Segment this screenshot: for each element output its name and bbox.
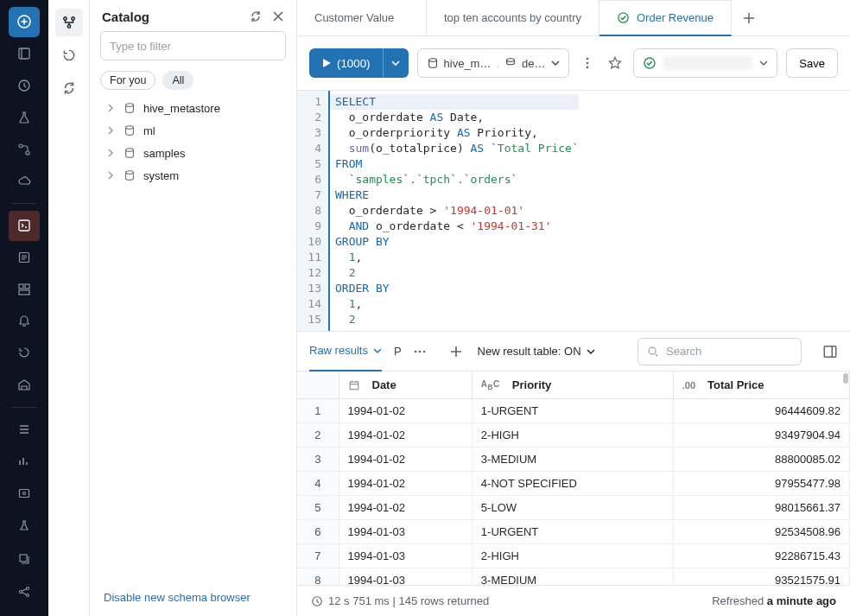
new-result-table-toggle[interactable]: New result table: ON <box>478 345 595 358</box>
run-dropdown[interactable] <box>383 48 409 78</box>
disable-schema-browser-link[interactable]: Disable new schema browser <box>104 591 251 604</box>
selector-catalog: hive_m… <box>444 57 492 70</box>
stack-icon <box>17 552 31 566</box>
compute-selector[interactable] <box>633 48 778 78</box>
table-row[interactable]: 11994-01-021-URGENT96444609.82 <box>297 399 850 423</box>
rail-bottom-1[interactable] <box>9 478 40 509</box>
tree-icon <box>61 15 77 30</box>
rail-sql-editor[interactable] <box>9 211 40 241</box>
rail-data[interactable] <box>9 102 40 132</box>
rail-alerts[interactable] <box>9 306 40 336</box>
table-row[interactable]: 41994-01-024-NOT SPECIFIED97955477.98 <box>297 472 850 496</box>
column-header[interactable]: ABCPriority <box>472 372 673 399</box>
editor-code[interactable]: SELECT o_orderdate AS Date, o_orderprior… <box>328 91 579 331</box>
cell-total: 88800085.02 <box>673 448 849 472</box>
results-tab-next[interactable]: P <box>394 345 402 358</box>
rail-history[interactable] <box>9 338 40 368</box>
table-row[interactable]: 71994-01-032-HIGH92286715.43 <box>297 544 850 568</box>
svg-point-27 <box>586 62 588 65</box>
code-line: 2 <box>335 265 579 281</box>
catalog-filter-input[interactable] <box>100 31 286 60</box>
table-row[interactable]: 81994-01-033-MEDIUM93521575.91 <box>297 568 850 586</box>
rail-warehouses[interactable] <box>9 370 40 400</box>
run-button[interactable]: (1000) <box>309 48 383 78</box>
results-toolbar: Raw results P New result table: ON Searc… <box>297 332 850 372</box>
rail-bottom-2[interactable] <box>9 511 40 542</box>
query-tab[interactable]: top ten accounts by country <box>427 0 599 35</box>
tree-item[interactable]: samples <box>93 142 293 164</box>
tool-refresh[interactable] <box>55 74 83 102</box>
new-button[interactable] <box>9 7 40 37</box>
code-line: FROM <box>335 156 579 172</box>
cell-total: 93497904.94 <box>673 423 849 448</box>
rail-bottom-4[interactable] <box>9 576 40 607</box>
svg-rect-12 <box>20 555 27 562</box>
cell-priority: 2-HIGH <box>472 423 673 448</box>
table-row[interactable]: 51994-01-025-LOW98015661.37 <box>297 496 850 520</box>
col-index <box>297 372 339 399</box>
svg-point-24 <box>428 59 436 62</box>
svg-rect-9 <box>19 290 29 295</box>
rail-compute[interactable] <box>9 166 40 196</box>
pill-all[interactable]: All <box>162 71 193 90</box>
cell-date: 1994-01-02 <box>339 399 472 423</box>
query-tab[interactable]: Order Revenue <box>599 0 732 36</box>
rail-dashboards[interactable] <box>9 274 40 304</box>
table-row[interactable]: 61994-01-031-URGENT92534508.96 <box>297 520 850 544</box>
table-row[interactable]: 31994-01-023-MEDIUM88800085.02 <box>297 448 850 472</box>
svg-point-13 <box>20 591 22 594</box>
cell-date: 1994-01-02 <box>339 472 472 496</box>
results-add[interactable] <box>447 346 466 358</box>
save-button[interactable]: Save <box>786 48 838 78</box>
svg-point-30 <box>414 350 416 352</box>
clock-icon <box>311 595 323 607</box>
panel-icon <box>822 344 838 359</box>
tool-history[interactable] <box>55 41 83 69</box>
table-row[interactable]: 21994-01-022-HIGH93497904.94 <box>297 423 850 448</box>
results-search[interactable]: Search <box>638 338 802 365</box>
toolbar-more[interactable] <box>578 56 597 70</box>
toolbar-star[interactable] <box>606 56 625 70</box>
cell-index: 4 <box>297 472 339 496</box>
cell-index: 1 <box>297 399 339 423</box>
rail-bottom-3[interactable] <box>9 543 40 575</box>
pill-for-you[interactable]: For you <box>100 71 155 90</box>
rail-workflows[interactable] <box>9 134 40 164</box>
column-name: Date <box>372 378 396 391</box>
tab-label: top ten accounts by country <box>444 11 581 24</box>
tool-schema-browser[interactable] <box>55 9 83 36</box>
rail-workspaces[interactable] <box>9 39 40 69</box>
nav-rail <box>0 0 48 616</box>
column-header[interactable]: Date <box>339 372 472 399</box>
refresh-icon <box>249 10 263 23</box>
code-line: sum(o_totalprice) AS `Total Price` <box>335 141 579 156</box>
results-scrollbar[interactable] <box>843 373 848 384</box>
flow-icon <box>17 143 31 156</box>
toggle-side-panel[interactable] <box>822 344 838 359</box>
query-tab[interactable]: Customer Value <box>297 0 427 35</box>
svg-point-16 <box>63 17 66 20</box>
chevron-down-icon <box>391 59 400 67</box>
rail-item-b[interactable] <box>9 446 40 476</box>
catalog-refresh[interactable] <box>248 9 263 24</box>
catalog-title: Catalog <box>102 10 241 24</box>
add-tab-button[interactable] <box>732 0 766 35</box>
queries-icon <box>17 251 31 264</box>
sql-editor[interactable]: 123456789101112131415 SELECT o_orderdate… <box>297 91 850 332</box>
column-header[interactable]: .00Total Price <box>673 372 849 399</box>
catalog-close[interactable] <box>270 9 286 24</box>
tree-item[interactable]: system <box>93 164 293 187</box>
results-tab-raw[interactable]: Raw results <box>309 332 382 372</box>
results-tab-more[interactable] <box>414 350 426 353</box>
rail-queries[interactable] <box>9 243 40 273</box>
rail-recents[interactable] <box>9 71 40 101</box>
rail-separator-2 <box>12 407 36 408</box>
tree-item[interactable]: hive_metastore <box>93 97 293 119</box>
svg-point-17 <box>71 17 73 20</box>
code-line: SELECT <box>330 94 579 110</box>
cell-date: 1994-01-03 <box>339 544 472 568</box>
cell-date: 1994-01-02 <box>339 448 472 472</box>
tree-item[interactable]: ml <box>93 119 293 142</box>
catalog-schema-selector[interactable]: hive_m… . de… <box>417 48 569 78</box>
rail-item-a[interactable] <box>9 415 40 445</box>
